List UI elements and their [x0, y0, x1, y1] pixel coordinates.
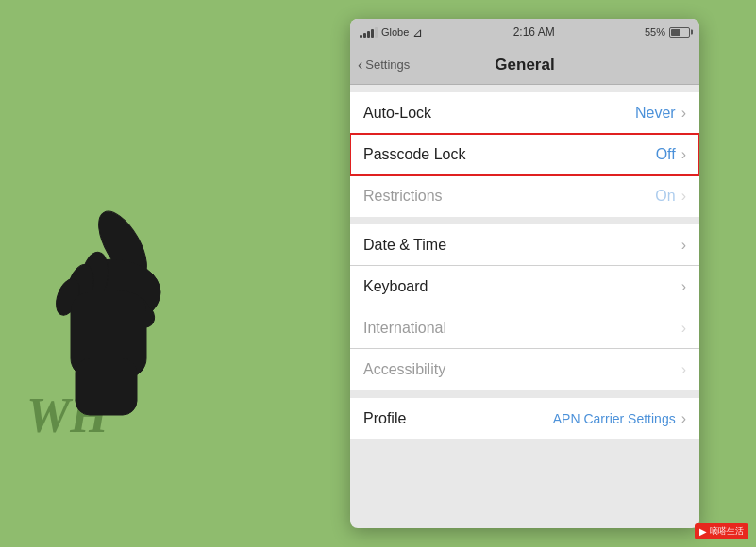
carrier-label: Globe: [381, 26, 409, 38]
passcode-lock-right: Off ›: [656, 146, 686, 163]
profile-row[interactable]: Profile APN Carrier Settings ›: [350, 398, 699, 439]
back-label: Settings: [365, 58, 410, 72]
svg-point-2: [76, 250, 111, 307]
settings-group-2: Date & Time › Keyboard › International ›…: [350, 224, 699, 390]
svg-rect-6: [71, 292, 146, 377]
battery-percent: 55%: [645, 26, 665, 38]
auto-lock-value: Never: [635, 105, 676, 122]
battery-fill: [671, 29, 680, 36]
accessibility-chevron-icon: ›: [681, 361, 686, 378]
back-button[interactable]: ‹ Settings: [358, 57, 410, 74]
settings-list: Auto-Lock Never › Passcode Lock Off › Re…: [350, 85, 699, 447]
status-left: Globe ⊿: [360, 25, 423, 40]
watermark: WH: [26, 388, 109, 443]
status-bar: Globe ⊿ 2:16 AM 55%: [350, 19, 699, 45]
restrictions-chevron-icon: ›: [681, 188, 686, 205]
profile-value: APN Carrier Settings: [553, 411, 676, 426]
keyboard-row[interactable]: Keyboard ›: [350, 266, 699, 307]
profile-right: APN Carrier Settings ›: [553, 410, 686, 427]
accessibility-row[interactable]: Accessibility ›: [350, 349, 699, 390]
battery-icon: [669, 27, 690, 38]
profile-label: Profile: [363, 410, 406, 427]
passcode-lock-chevron-icon: ›: [681, 146, 686, 163]
accessibility-label: Accessibility: [363, 361, 445, 378]
restrictions-row[interactable]: Restrictions On ›: [350, 175, 699, 217]
svg-point-1: [66, 259, 160, 325]
international-row[interactable]: International ›: [350, 307, 699, 349]
restrictions-label: Restrictions: [363, 188, 443, 205]
date-time-chevron-icon: ›: [681, 237, 686, 254]
profile-chevron-icon: ›: [681, 410, 686, 427]
auto-lock-label: Auto-Lock: [363, 105, 431, 122]
passcode-lock-row[interactable]: Passcode Lock Off ›: [350, 134, 699, 175]
status-right: 55%: [645, 26, 690, 38]
svg-point-5: [100, 283, 160, 336]
auto-lock-row[interactable]: Auto-Lock Never ›: [350, 92, 699, 134]
accessibility-right: ›: [681, 361, 686, 378]
wifi-icon: ⊿: [412, 25, 423, 40]
date-time-row[interactable]: Date & Time ›: [350, 224, 699, 266]
keyboard-right: ›: [681, 278, 686, 295]
logo-text: 嘀嗒生活: [710, 525, 744, 538]
nav-bar: ‹ Settings General: [350, 45, 699, 85]
svg-point-0: [89, 204, 156, 286]
international-chevron-icon: ›: [681, 320, 686, 337]
back-chevron-icon: ‹: [358, 57, 362, 74]
phone-screen: Globe ⊿ 2:16 AM 55% ‹ Settings General A…: [350, 19, 699, 528]
date-time-label: Date & Time: [363, 237, 446, 254]
keyboard-label: Keyboard: [363, 278, 428, 295]
date-time-right: ›: [681, 237, 686, 254]
status-time: 2:16 AM: [513, 25, 555, 39]
passcode-lock-value: Off: [656, 146, 676, 163]
keyboard-chevron-icon: ›: [681, 278, 686, 295]
auto-lock-chevron-icon: ›: [681, 105, 686, 122]
page-title: General: [495, 56, 554, 75]
international-label: International: [363, 320, 446, 337]
passcode-lock-label: Passcode Lock: [363, 146, 466, 163]
svg-point-3: [62, 261, 98, 313]
signal-bars: [360, 27, 378, 38]
international-right: ›: [681, 320, 686, 337]
logo-badge: ▶ 嘀嗒生活: [695, 523, 748, 539]
restrictions-right: On ›: [655, 188, 686, 205]
svg-point-4: [52, 275, 84, 318]
auto-lock-right: Never ›: [635, 105, 686, 122]
restrictions-value: On: [655, 188, 675, 205]
settings-group-1: Auto-Lock Never › Passcode Lock Off › Re…: [350, 92, 699, 217]
logo-play-icon: ▶: [699, 526, 707, 537]
